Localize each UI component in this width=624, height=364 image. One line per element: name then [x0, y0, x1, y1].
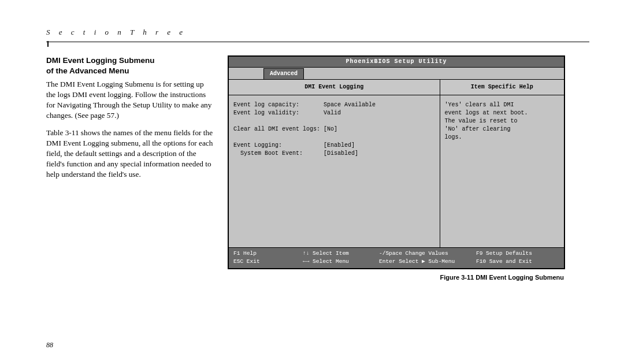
manual-page: S e c t i o n T h r e e DMI Event Loggin… [0, 0, 624, 364]
bios-tab-bar: Advanced [229, 68, 564, 80]
header-rule [46, 42, 589, 42]
bios-help-line: logs. [445, 133, 559, 142]
bios-title: PhoenixBIOS Setup Utility [229, 57, 564, 68]
footer-selitem: ↑↓ Select Item [303, 250, 379, 257]
bios-body: DMI Event Logging Event log capacity: Sp… [229, 80, 564, 248]
heading-line-1: DMI Event Logging Submenu [46, 56, 155, 65]
bios-footer: F1 Help ↑↓ Select Item -/Space Change Va… [229, 248, 564, 268]
footer-save: F10 Save and Exit [476, 258, 559, 265]
heading-line-2: of the Advanced Menu [46, 66, 129, 75]
footer-enter: Enter Select ▶ Sub-Menu [379, 258, 476, 265]
bios-left-header: DMI Event Logging [229, 80, 440, 95]
bios-screenshot: PhoenixBIOS Setup Utility Advanced DMI E… [228, 55, 565, 269]
paragraph-1: The DMI Event Logging Submenu is for set… [46, 79, 214, 121]
footer-help: F1 Help [233, 250, 303, 257]
section-header: S e c t i o n T h r e e [46, 28, 589, 37]
paragraph-2: Table 3-11 shows the names of the menu f… [46, 128, 214, 180]
subsection-heading: DMI Event Logging Submenu of the Advance… [46, 55, 214, 76]
bios-help-line: The value is reset to [445, 117, 559, 125]
footer-defaults: F9 Setup Defaults [476, 250, 559, 257]
footer-exit: ESC Exit [233, 258, 303, 265]
bios-left-pane: DMI Event Logging Event log capacity: Sp… [229, 80, 440, 247]
bios-tab-advanced: Advanced [263, 68, 304, 79]
bios-help-line: 'No' after clearing [445, 125, 559, 133]
bios-right-pane: Item Specific Help 'Yes' clears all DMIe… [440, 80, 564, 247]
footer-change: -/Space Change Values [379, 250, 476, 257]
footer-selmenu: ←→ Select Menu [303, 258, 379, 265]
bios-help-line: 'Yes' clears all DMI [445, 101, 559, 109]
figure-caption: Figure 3-11 DMI Event Logging Submenu [228, 274, 564, 281]
text-column: DMI Event Logging Submenu of the Advance… [46, 55, 214, 281]
figure-column: PhoenixBIOS Setup Utility Advanced DMI E… [228, 55, 589, 281]
bios-help-line: event logs at next boot. [445, 109, 559, 117]
page-number: 88 [46, 341, 53, 350]
bios-help-area: 'Yes' clears all DMIevent logs at next b… [440, 95, 564, 247]
content-columns: DMI Event Logging Submenu of the Advance… [46, 55, 589, 281]
bios-settings-area: Event log capacity: Space Available Even… [229, 95, 440, 247]
bios-right-header: Item Specific Help [440, 80, 564, 95]
